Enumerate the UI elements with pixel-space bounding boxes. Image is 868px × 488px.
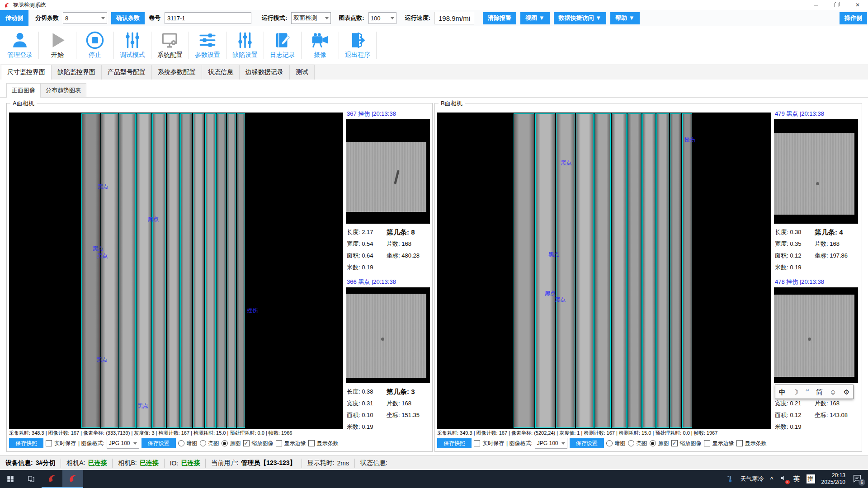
save-settings-button[interactable]: 保存设置 <box>142 438 176 448</box>
tab-edge-data-record[interactable]: 边缘数据记录 <box>239 65 290 80</box>
zoom-image-checkbox[interactable]: ✓ <box>243 440 250 446</box>
divider <box>76 32 76 59</box>
show-strips-checkbox[interactable] <box>308 440 315 446</box>
image-format-select[interactable]: JPG 100 <box>107 438 139 449</box>
stat-coordinate: 坐标: 151.35 <box>387 411 429 419</box>
start-button[interactable] <box>0 470 21 488</box>
save-snapshot-button[interactable]: 保存快照 <box>9 438 43 448</box>
exit-program-button[interactable]: 退出程序 <box>340 26 376 64</box>
tab-product-model-config[interactable]: 产品型号配置 <box>101 65 152 80</box>
tab-test[interactable]: 测试 <box>289 65 315 80</box>
start-button[interactable]: 开始 <box>39 26 75 64</box>
defect-thumbnail[interactable] <box>346 119 430 224</box>
clock[interactable]: 20:13 2025/2/10 <box>821 472 845 486</box>
device-info-value: 3#分切 <box>36 459 56 467</box>
hidden-icons-chevron[interactable]: ^ <box>770 475 774 483</box>
camera-b-label: 相机B: <box>118 459 137 467</box>
camera-b-image: 挫伤黑点黑点黑点黑点 <box>437 113 771 429</box>
camera-b-panel: B面相机 挫伤黑点黑点黑点黑点 479 黑点 |20:13:38 长度: 0.3… <box>434 103 862 452</box>
ime-mode-chinese[interactable]: 中 <box>779 389 786 395</box>
defect-header: 479 黑点 |20:13:38 <box>774 109 858 119</box>
image-format-select[interactable]: JPG 100 <box>535 438 567 449</box>
stop-button[interactable]: 停止 <box>77 26 113 64</box>
realtime-save-checkbox[interactable] <box>46 440 52 446</box>
bright-image-radio[interactable] <box>628 440 634 446</box>
show-strips-checkbox[interactable] <box>736 440 743 446</box>
admin-login-button[interactable]: 管理登录 <box>2 26 38 64</box>
restore-button[interactable] <box>826 0 847 10</box>
dark-image-radio[interactable] <box>178 440 184 446</box>
ime-indicator[interactable]: 拼 <box>807 474 815 483</box>
defect-thumbnail[interactable] <box>774 119 858 224</box>
notification-center-button[interactable]: 6 <box>852 474 863 484</box>
icon-label: 退出程序 <box>345 51 370 59</box>
original-image-label: 原图 <box>230 440 241 447</box>
io-connected: 已连接 <box>181 459 200 467</box>
defect-settings-button[interactable]: 缺陷设置 <box>227 26 263 64</box>
image-format-value: JPG 100 <box>537 440 558 446</box>
icon-label: 缺陷设置 <box>232 51 258 59</box>
pinned-app-icon[interactable] <box>42 470 62 488</box>
defect-image <box>774 133 854 215</box>
subtab-front-image[interactable]: 正面图像 <box>6 83 41 98</box>
clear-alarm-button[interactable]: 清除报警 <box>483 12 516 24</box>
subtab-trend-chart[interactable]: 分布趋势图表 <box>40 83 86 97</box>
tab-defect-monitor[interactable]: 缺陷监控界面 <box>51 65 102 80</box>
slit-strip <box>167 113 179 428</box>
tab-size-monitor[interactable]: 尺寸监控界面 <box>1 65 52 80</box>
run-mode-select[interactable]: 双面检测 <box>291 12 331 24</box>
ime-settings-gear-icon[interactable]: ⚙ <box>844 389 849 395</box>
task-view-button[interactable] <box>21 470 42 488</box>
defect-thumbnail[interactable] <box>774 287 858 383</box>
status-message: 状态信息: <box>355 459 393 468</box>
stat-width: 宽度: 0.35 <box>775 240 815 248</box>
task-view-icon <box>27 475 35 483</box>
roll-number-input[interactable] <box>165 12 251 24</box>
zoom-image-checkbox[interactable]: ✓ <box>671 440 678 446</box>
realtime-save-checkbox[interactable] <box>474 440 480 446</box>
ime-emoji-icon[interactable]: ☺ <box>830 389 836 395</box>
zoom-image-label: 缩放图像 <box>252 440 274 447</box>
save-settings-button[interactable]: 保存设置 <box>570 438 604 448</box>
defect-thumbnail[interactable] <box>346 287 430 383</box>
tab-system-param-config[interactable]: 系统参数配置 <box>151 65 202 80</box>
close-button[interactable]: ✕ <box>847 0 868 10</box>
log-record-button[interactable]: 日志记录 <box>264 26 301 64</box>
defect-overlay-label: 黑点 <box>93 245 104 253</box>
confirm-count-button[interactable]: 确认条数 <box>111 12 145 24</box>
drive-side-button[interactable]: 传动侧 <box>0 10 28 26</box>
language-indicator[interactable]: 英 <box>793 475 800 483</box>
system-config-button[interactable]: 系统配置 <box>152 26 188 64</box>
original-image-radio[interactable] <box>650 440 656 446</box>
quick-access-menu-button[interactable]: 数据快捷访问 ▼ <box>554 12 606 24</box>
slit-strip <box>81 113 100 428</box>
debug-mode-button[interactable]: 调试模式 <box>114 26 151 64</box>
active-app-icon[interactable] <box>62 470 83 488</box>
ime-punctuation-icon[interactable]: °’ <box>806 389 809 394</box>
view-menu-button[interactable]: 视图 ▼ <box>520 12 549 24</box>
ime-halfwidth-icon[interactable]: ☽ <box>793 389 798 395</box>
volume-muted-icon[interactable]: × <box>780 474 787 483</box>
operate-side-button[interactable]: 操作侧 <box>840 12 867 24</box>
minimize-button[interactable] <box>806 0 826 10</box>
bright-image-radio[interactable] <box>200 440 206 446</box>
slit-count-select[interactable]: 8 <box>63 12 107 24</box>
dark-image-radio[interactable] <box>606 440 613 446</box>
save-snapshot-button[interactable]: 保存快照 <box>437 438 472 448</box>
stat-meters: 米数: 0.19 <box>347 423 387 431</box>
tab-status-info[interactable]: 状态信息 <box>202 65 240 80</box>
show-edges-checkbox[interactable] <box>704 440 710 446</box>
camera-button[interactable]: 摄像 <box>302 26 338 64</box>
chevron-down-icon <box>391 17 394 19</box>
defect-overlay-label: 黑点 <box>545 290 556 297</box>
weather-text[interactable]: 天气寒冷 <box>741 475 764 483</box>
param-settings-button[interactable]: 参数设置 <box>189 26 226 64</box>
stat-meters: 米数: 0.19 <box>347 263 387 272</box>
show-edges-checkbox[interactable] <box>276 440 282 446</box>
ime-simplified[interactable]: 简 <box>816 389 823 395</box>
chart-points-select[interactable]: 100 <box>368 12 396 24</box>
help-menu-button[interactable]: 帮助 ▼ <box>610 12 639 24</box>
stat-area: 面积: 0.10 <box>347 411 387 419</box>
slit-strip <box>119 113 136 428</box>
original-image-radio[interactable] <box>222 440 228 446</box>
